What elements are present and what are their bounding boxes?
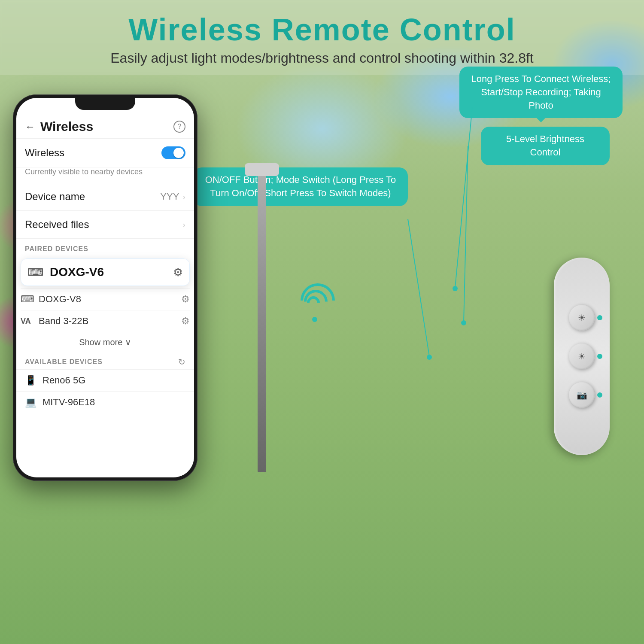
screen-title: Wireless [40,119,173,134]
svg-line-2 [408,219,429,356]
paired-band-icon: VA [21,317,33,326]
paired-v8-gear[interactable]: ⚙ [181,294,190,305]
paired-device-v8[interactable]: ⌨ DOXG-V8 ⚙ [21,288,190,310]
svg-line-1 [464,146,468,322]
refresh-icon[interactable]: ↻ [178,357,185,367]
callout-bubble-2: 5-Level Brightness Control [481,127,610,165]
svg-point-5 [427,355,432,360]
device-name-label: Device name [25,191,160,203]
callout-3-text: ON/OFF Button; Mode Switch (Long Press T… [205,174,396,198]
device-name-row[interactable]: Device name YYY › [16,183,194,211]
available-section-header-row: AVAILABLE DEVICES ↻ [16,352,194,369]
phone-holder-top [245,163,279,176]
received-files-label: Received files [25,219,182,231]
wifi-signal [301,279,343,322]
reno-name: Reno6 5G [43,375,85,386]
available-section-header: AVAILABLE DEVICES [25,358,178,366]
paired-v8-name: DOXG-V8 [39,294,181,305]
phone-notch [75,98,135,110]
received-files-chevron: › [182,220,185,230]
mitv-name: MITV-96E18 [43,397,95,408]
wireless-toggle[interactable] [161,146,185,159]
visible-text: Currently visible to nearby devices [16,167,194,183]
paired-device-band[interactable]: VA Band 3-22B ⚙ [21,310,190,332]
help-button[interactable]: ? [173,121,185,133]
subtitle: Easily adjust light modes/brightness and… [9,50,635,66]
wifi-dot [312,317,317,322]
remote-brightness-button-2[interactable]: ☀ [569,343,595,369]
svg-point-4 [461,320,466,325]
paired-devices-list: ⌨ DOXG-V8 ⚙ VA Band 3-22B ⚙ [16,288,194,332]
available-device-reno[interactable]: 📱 Reno6 5G [16,369,194,391]
main-title: Wireless Remote Control [9,13,635,47]
remote-brightness-button-1[interactable]: ☀ [569,305,595,331]
tripod-pole [258,172,266,472]
svg-line-0 [455,107,472,288]
remote-camera-button[interactable]: 📷 [569,382,595,408]
callout-1-text: Long Press To Connect Wireless; Start/St… [471,73,611,111]
callout-2-text: 5-Level Brightness Control [506,134,584,158]
wireless-label: Wireless [25,147,161,159]
highlighted-device-name: DOXG-V6 [50,265,173,279]
phone-screen: ← Wireless ? Wireless Currently [16,98,194,477]
phone-header: ← Wireless ? [16,111,194,139]
header-section: Wireless Remote Control Easily adjust li… [0,0,644,75]
paired-v8-icon: ⌨ [21,294,33,305]
device-name-value: YYY [160,191,179,202]
phone-inner: ← Wireless ? Wireless Currently [16,98,194,477]
wireless-toggle-row: Wireless [16,139,194,167]
show-more-button[interactable]: Show more ∨ [16,332,194,352]
paired-section-header: PAIRED DEVICES [16,239,194,256]
svg-point-3 [453,286,458,291]
paired-band-gear[interactable]: ⚙ [181,316,190,327]
callout-bubble-3: ON/OFF Button; Mode Switch (Long Press T… [193,167,408,206]
phone-mockup: ← Wireless ? Wireless Currently [13,94,197,481]
highlighted-device-row[interactable]: ⌨ DOXG-V6 ⚙ [21,258,190,286]
paired-band-name: Band 3-22B [39,316,181,327]
callout-bubble-1: Long Press To Connect Wireless; Start/St… [459,67,623,118]
highlighted-device-content: ⌨ DOXG-V6 ⚙ [27,265,183,279]
phone-screen-content: ← Wireless ? Wireless Currently [16,111,194,465]
phone-outer-shell: ← Wireless ? Wireless Currently [13,94,197,481]
mitv-icon: 💻 [25,397,36,408]
keyboard-icon: ⌨ [27,266,44,279]
remote-control: ☀ ☀ 📷 [554,258,610,455]
reno-icon: 📱 [25,375,36,386]
available-device-mitv[interactable]: 💻 MITV-96E18 [16,391,194,413]
back-button[interactable]: ← [25,121,35,133]
chevron-icon: › [182,192,185,202]
received-files-row[interactable]: Received files › [16,211,194,239]
highlighted-device-gear[interactable]: ⚙ [173,266,183,279]
